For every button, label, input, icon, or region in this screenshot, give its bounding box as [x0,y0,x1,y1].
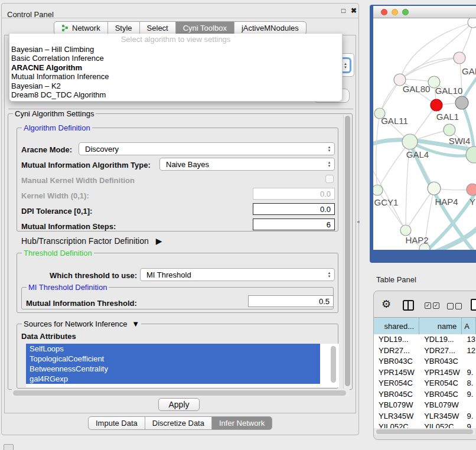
table-row[interactable]: YER054CYER054C8. [374,378,476,389]
network-icon [61,24,69,32]
tab-cyni-toolbox[interactable]: Cyni Toolbox [176,22,234,34]
network-node-swi4[interactable] [444,124,455,136]
list-scrollbar[interactable] [331,346,336,383]
table-cell: YDL19... [374,334,419,345]
network-node-gal1[interactable] [431,99,442,111]
table-row[interactable]: YDR27...YDR27...12 [374,345,476,357]
column-header-name[interactable]: name [419,318,462,334]
mi-steps-field[interactable]: 6 [253,219,335,230]
panel-splitter-handle[interactable]: ◂ [357,219,361,226]
export-table-icon[interactable] [471,299,476,311]
mi-threshold-label: Mutual Information Threshold: [26,299,137,308]
table-row[interactable]: YBR043CYBR043C [374,356,476,367]
bottom-tabs: Impute Data Discretize Data Infer Networ… [88,416,272,430]
control-panel-titlebar: Control Panel □ ✖ [1,3,359,18]
tab-jactivemnodules[interactable]: jActiveMNodules [234,22,306,34]
tab-select[interactable]: Select [140,22,176,34]
mi-type-combo[interactable]: Naive Bayes ▲▼ [159,158,335,171]
table-cell: 13 [462,334,476,345]
table-hscrollbar[interactable] [374,428,475,435]
table-row[interactable]: YPR145WYPR145W9. [374,367,476,379]
app-root: Control Panel □ ✖ Network Style Select C… [0,0,476,450]
dropdown-item[interactable]: Mutual Information Inference [9,72,342,81]
node-label: GAL1 [436,112,459,122]
table-cell: YDL19... [419,334,462,345]
tab-infer-network[interactable]: Infer Network [212,417,272,429]
settings-scrollbar[interactable] [343,115,351,389]
unchecked-checkbox-icon[interactable] [455,303,462,309]
dropdown-item[interactable]: ARACNE Algorithm [9,63,342,72]
group-title: MI Threshold Definition [27,283,109,292]
data-attributes-label: Data Attributes [21,332,76,341]
close-traffic-icon[interactable] [381,9,387,15]
aracne-mode-label: Aracne Mode: [21,145,72,154]
tab-label: Network [72,24,100,32]
minimize-traffic-icon[interactable] [392,9,398,15]
table-cell: 9. [462,389,476,400]
dropdown-item[interactable]: Bayesian – K2 [9,81,342,90]
table-row[interactable]: YIL052CYIL052C9. [374,422,476,428]
manual-kernel-checkbox[interactable] [325,175,334,183]
attribute-list-item[interactable]: BetweennessCentrality [26,364,320,374]
dropdown-item[interactable]: Basic Correlation Inference [9,54,342,63]
node-label: Y [470,197,475,207]
table-row[interactable]: YBL079WYBL079W [374,400,476,411]
tab-style[interactable]: Style [108,22,140,34]
column-header-shared-name[interactable]: shared... [374,318,419,334]
table-cell: 9. [462,411,476,422]
table-row[interactable]: YDL19...YDL19...13 [374,334,476,345]
table-panel-title: Table Panel [376,275,416,284]
zoom-traffic-icon[interactable] [402,9,409,15]
table-cell: YBR045C [374,389,419,400]
settings-hscrollbar[interactable] [12,389,350,396]
table-cell: YBR043C [419,356,462,367]
apply-button[interactable]: Apply [158,398,200,411]
close-icon[interactable]: ✖ [351,6,357,15]
tab-impute-data[interactable]: Impute Data [89,417,145,429]
attribute-list-item[interactable]: TopologicalCoefficient [26,354,320,364]
table-toolbar: ⚙ ✓ ✓ [374,291,476,318]
table-cell: YBL079W [374,400,419,411]
tab-network[interactable]: Network [54,22,108,34]
attribute-list-item[interactable]: SelfLoops [26,344,320,354]
table-cell: YBR045C [419,389,462,400]
gear-icon[interactable]: ⚙ [382,298,391,311]
network-node[interactable] [455,96,468,109]
columns-icon[interactable] [403,300,414,311]
checked-checkbox-icon[interactable]: ✓ [425,302,431,309]
dpi-tolerance-label: DPI Tolerance [0,1]: [21,207,92,216]
aracne-mode-combo[interactable]: Discovery ▲▼ [79,142,335,155]
dropdown-item[interactable]: Dream8 DC_TDC Algorithm [9,90,342,99]
tab-discretize-data[interactable]: Discretize Data [145,417,212,429]
collapsed-panel-button[interactable] [4,444,14,450]
network-node-hap4[interactable] [428,182,441,195]
network-node[interactable] [468,18,476,28]
which-threshold-combo[interactable]: MI Threshold ▲▼ [140,268,335,281]
network-node-gal4[interactable] [402,134,418,149]
network-canvas[interactable]: GALGAL80GAL10GAL1GAL11SWI4GAL4GCY1HAP4YH… [373,18,476,250]
network-node-gcy1[interactable] [373,185,383,195]
table-cell: YPR145W [419,367,462,379]
attribute-list-item[interactable]: gal4RGexp [26,374,320,384]
network-node-hap2[interactable] [400,225,411,236]
mi-threshold-field[interactable]: 0.5 [248,295,334,307]
control-panel-tabs: Network Style Select Cyni Toolbox jActiv… [54,21,307,35]
sources-toggle[interactable]: Sources for Network Inference ▼ [22,319,141,328]
kernel-width-field[interactable]: 0.0 [253,188,335,200]
unchecked-checkbox-icon[interactable] [447,303,454,309]
combo-spinner-icon: ▲▼ [324,269,334,281]
dropdown-item[interactable]: Bayesian – Hill Climbing [9,45,342,54]
checked-checkbox-icon[interactable]: ✓ [433,302,439,309]
network-window-titlebar[interactable] [373,6,476,18]
table-cell: 9. [462,367,476,379]
hub-definition-toggle[interactable]: Hub/Transcription Factor Definition ▶ [21,236,162,246]
table-row[interactable]: YLR345WYLR345W9. [374,411,476,422]
collapse-down-icon: ▼ [132,319,139,328]
network-node-y[interactable] [467,184,476,195]
network-node-gal[interactable] [454,52,465,64]
dpi-tolerance-field[interactable]: 0.0 [253,203,335,215]
float-icon[interactable]: □ [341,6,345,15]
table-row[interactable]: YBR045CYBR045C9. [374,389,476,400]
table-cell: YPR145W [374,367,419,379]
column-header-third[interactable]: A [462,318,476,334]
